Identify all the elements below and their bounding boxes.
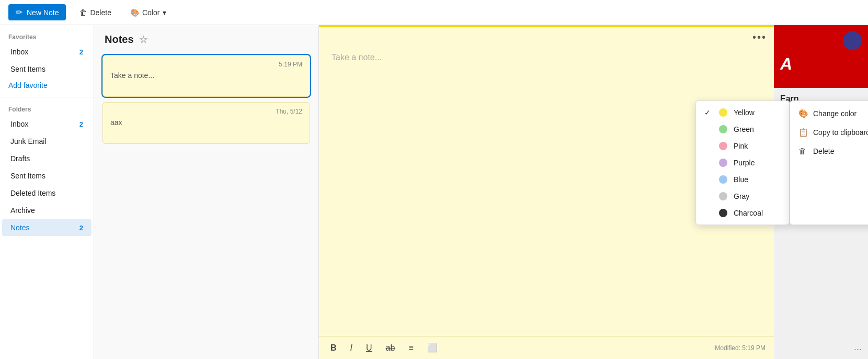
yellow-check-icon: ✓ (704, 108, 713, 117)
main-layout: Favorites Inbox 2 Sent Items Add favorit… (0, 25, 868, 359)
main-toolbar: ✏ New Note 🗑 Delete 🎨 Color ▾ (0, 0, 868, 25)
sidebar-label: Archive (10, 206, 35, 215)
add-favorite-label: Add favorite (8, 81, 48, 89)
sidebar-item-inbox[interactable]: Inbox 2 (2, 116, 92, 132)
notes-list-header: Notes ☆ (94, 25, 318, 51)
sidebar-label: Deleted Items (10, 189, 55, 197)
color-purple[interactable]: Purple (696, 154, 789, 171)
delete-context-label: Delete (813, 147, 834, 155)
delete-label: Delete (90, 8, 111, 17)
gray-label: Gray (734, 192, 749, 200)
charcoal-label: Charcoal (734, 209, 763, 217)
color-green[interactable]: Green (696, 121, 789, 138)
adobe-logo: A (780, 54, 792, 74)
list-btn[interactable]: ≡ (405, 341, 416, 355)
sidebar-label: Junk Email (10, 137, 46, 145)
right-context-menu: 🎨 Change color › 📋 Copy to clipboard 🗑 D… (790, 100, 868, 225)
context-delete[interactable]: 🗑 Delete (790, 142, 868, 160)
strikethrough-btn[interactable]: ab (383, 341, 398, 355)
note-card-preview-1: Take a note... (110, 71, 302, 80)
charcoal-dot (719, 209, 727, 217)
color-gray[interactable]: Gray (696, 188, 789, 205)
note-card-2[interactable]: Thu, 5/12 aax (102, 102, 310, 144)
inbox-badge: 2 (79, 120, 83, 128)
sidebar-item-inbox-fav[interactable]: Inbox 2 (2, 43, 92, 60)
adobe-panel-bottom: ··· (774, 340, 868, 359)
blue-label: Blue (734, 175, 748, 184)
sidebar-label: Notes (10, 223, 30, 232)
purple-dot (719, 159, 727, 167)
purple-label: Purple (734, 159, 755, 167)
blue-dot (719, 175, 727, 184)
note-bottom-toolbar: B I U ab ≡ ⬜ Modified: 5:19 PM (319, 336, 774, 359)
yellow-label: Yellow (734, 108, 755, 117)
copy-icon: 📋 (798, 128, 808, 137)
sidebar-item-drafts[interactable]: Drafts (2, 150, 92, 167)
notes-list: 5:19 PM Take a note... Thu, 5/12 aax (94, 51, 318, 148)
favorites-header: Favorites (0, 29, 94, 43)
adobe-avatar (843, 31, 862, 50)
adobe-more-dots[interactable]: ··· (854, 344, 862, 355)
dropdown-container: ✓ Yellow Green Pink Purple (695, 100, 868, 225)
color-icon: 🎨 (130, 8, 139, 17)
context-copy-clipboard[interactable]: 📋 Copy to clipboard (790, 123, 868, 142)
chevron-down-icon: ▾ (163, 8, 166, 17)
color-yellow[interactable]: ✓ Yellow (696, 104, 789, 121)
notes-title: Notes (105, 33, 134, 46)
pink-dot (719, 142, 727, 150)
color-charcoal[interactable]: Charcoal (696, 205, 789, 221)
inbox-fav-badge: 2 (79, 48, 83, 56)
image-btn[interactable]: ⬜ (424, 341, 441, 355)
note-placeholder: Take a note... (332, 53, 382, 62)
green-dot (719, 125, 727, 133)
sidebar-item-deleted[interactable]: Deleted Items (2, 185, 92, 201)
new-note-button[interactable]: ✏ New Note (8, 4, 66, 20)
notes-badge: 2 (79, 224, 83, 232)
note-card-1[interactable]: 5:19 PM Take a note... (102, 55, 310, 97)
italic-btn[interactable]: I (347, 341, 356, 355)
sidebar-label: Inbox (10, 48, 28, 56)
note-modified: Modified: 5:19 PM (715, 344, 766, 352)
color-label: Color (142, 8, 159, 17)
sidebar-item-sent-fav[interactable]: Sent Items (2, 61, 92, 77)
context-change-color[interactable]: 🎨 Change color › (790, 104, 868, 123)
sidebar-item-archive[interactable]: Archive (2, 202, 92, 219)
color-blue[interactable]: Blue (696, 171, 789, 188)
notes-list-panel: Notes ☆ 5:19 PM Take a note... Thu, 5/12… (94, 25, 319, 359)
change-color-label: Change color (813, 109, 856, 118)
underline-btn[interactable]: U (363, 341, 375, 355)
pink-label: Pink (734, 142, 748, 150)
star-icon[interactable]: ☆ (139, 34, 147, 46)
copy-label: Copy to clipboard (813, 128, 868, 137)
sidebar-label: Drafts (10, 154, 30, 163)
color-pink[interactable]: Pink (696, 138, 789, 154)
note-editor-area: ••• Take a note... B I U ab ≡ ⬜ Modified… (319, 25, 774, 359)
add-favorite-button[interactable]: Add favorite (0, 78, 94, 93)
delete-icon: 🗑 (798, 147, 808, 155)
adobe-panel-top: A (774, 25, 868, 88)
note-card-time-1: 5:19 PM (110, 61, 302, 68)
note-editor-top-bar: ••• (319, 27, 774, 48)
delete-icon: 🗑 (79, 8, 87, 17)
delete-button[interactable]: 🗑 Delete (74, 5, 116, 20)
new-note-label: New Note (27, 8, 59, 17)
sidebar-item-junk[interactable]: Junk Email (2, 133, 92, 150)
color-button[interactable]: 🎨 Color ▾ (125, 5, 172, 20)
new-note-icon: ✏ (16, 7, 22, 17)
sidebar: Favorites Inbox 2 Sent Items Add favorit… (0, 25, 94, 359)
yellow-dot (719, 108, 727, 117)
note-card-preview-2: aax (110, 118, 302, 127)
sidebar-item-notes[interactable]: Notes 2 (2, 219, 92, 236)
bold-btn[interactable]: B (327, 341, 340, 355)
sidebar-divider (0, 97, 94, 97)
note-card-time-2: Thu, 5/12 (110, 108, 302, 115)
change-color-icon: 🎨 (798, 109, 808, 118)
sidebar-label: Inbox (10, 120, 28, 128)
sidebar-item-sent[interactable]: Sent Items (2, 167, 92, 184)
sidebar-label: Sent Items (10, 65, 45, 73)
green-label: Green (734, 125, 754, 133)
gray-dot (719, 192, 727, 200)
color-submenu: ✓ Yellow Green Pink Purple (695, 100, 790, 225)
note-more-button[interactable]: ••• (752, 31, 767, 43)
folders-header: Folders (0, 102, 94, 115)
